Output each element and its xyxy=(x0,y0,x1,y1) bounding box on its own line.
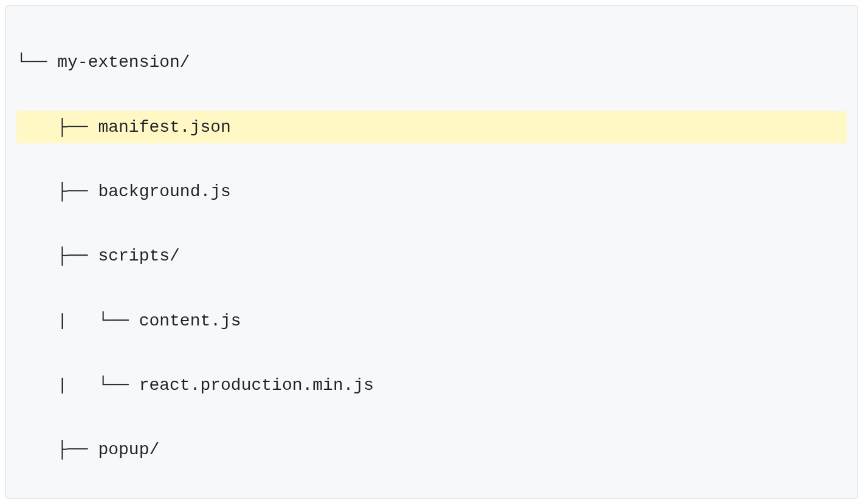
tree-branch: ├── xyxy=(16,182,98,201)
file-tree-code-block: └── my-extension/ ├── manifest.json ├── … xyxy=(5,5,858,499)
tree-node-name: popup/ xyxy=(98,440,159,459)
tree-node-name: content.js xyxy=(139,312,241,330)
tree-line: | └── content.js xyxy=(16,305,847,337)
tree-line: ├── background.js xyxy=(16,175,847,208)
tree-branch: | └── xyxy=(16,312,139,330)
tree-node-name: react.production.min.js xyxy=(139,376,374,395)
tree-node-name: background.js xyxy=(98,182,230,201)
tree-node-name: my-extension/ xyxy=(57,53,190,72)
tree-line-highlighted: ├── manifest.json xyxy=(16,111,847,143)
tree-line: | └── popup.html xyxy=(16,499,847,499)
tree-branch: ├── xyxy=(16,247,98,265)
tree-branch: ├── xyxy=(16,440,98,459)
tree-line: ├── popup/ xyxy=(16,434,847,466)
tree-node-name: scripts/ xyxy=(98,247,179,265)
tree-line: └── my-extension/ xyxy=(16,46,847,78)
tree-line: | └── react.production.min.js xyxy=(16,369,847,401)
tree-branch: └── xyxy=(16,53,57,72)
tree-node-name: manifest.json xyxy=(98,118,230,137)
tree-line: ├── scripts/ xyxy=(16,240,847,272)
tree-branch: ├── xyxy=(16,118,98,137)
tree-branch: | └── xyxy=(16,376,139,395)
